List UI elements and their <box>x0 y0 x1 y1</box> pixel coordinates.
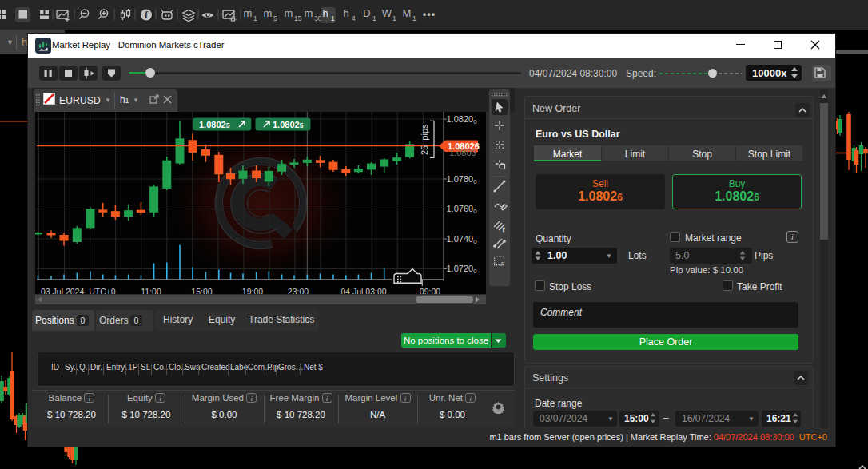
svg-text:D: D <box>363 7 370 19</box>
svg-text:M: M <box>403 7 412 19</box>
svg-text:•••: ••• <box>423 8 436 20</box>
svg-text:h: h <box>322 7 328 19</box>
svg-text:09:00: 09:00 <box>420 287 440 294</box>
svg-text:03 Jul 2024, UTC+0: 03 Jul 2024, UTC+0 <box>41 287 116 294</box>
svg-text:19:00: 19:00 <box>242 287 263 294</box>
svg-text:1: 1 <box>372 14 376 22</box>
svg-text:1: 1 <box>253 14 257 22</box>
svg-text:m: m <box>285 7 293 19</box>
svg-text:1.07400: 1.07400 <box>447 234 478 245</box>
svg-text:4: 4 <box>352 14 356 22</box>
svg-text:1: 1 <box>331 14 335 22</box>
svg-text:5: 5 <box>273 14 277 22</box>
svg-text:1: 1 <box>392 14 396 22</box>
svg-text:1: 1 <box>412 14 416 22</box>
svg-text:F: F <box>501 261 504 267</box>
svg-text:m: m <box>264 7 273 19</box>
svg-text:15: 15 <box>294 14 302 22</box>
svg-text:1.08200: 1.08200 <box>447 114 478 125</box>
svg-text:1.07600: 1.07600 <box>447 204 478 215</box>
svg-text:04 Jul 03:00: 04 Jul 03:00 <box>340 287 386 294</box>
svg-text:11:00: 11:00 <box>141 287 161 294</box>
svg-text:1.07800: 1.07800 <box>447 174 478 185</box>
svg-text:f: f <box>503 227 504 233</box>
svg-text:m: m <box>305 7 313 19</box>
svg-text:25 pips: 25 pips <box>420 124 429 155</box>
svg-text:1.08025: 1.08025 <box>199 120 230 129</box>
svg-text:1.07200: 1.07200 <box>447 264 478 275</box>
svg-text:1.08025: 1.08025 <box>273 120 304 129</box>
svg-text:W: W <box>382 7 392 19</box>
svg-text:h: h <box>343 7 348 19</box>
svg-text:23:00: 23:00 <box>288 287 309 294</box>
svg-text:15:00: 15:00 <box>191 287 212 294</box>
svg-text:1.0800: 1.0800 <box>449 148 476 157</box>
svg-text:m: m <box>244 7 253 19</box>
